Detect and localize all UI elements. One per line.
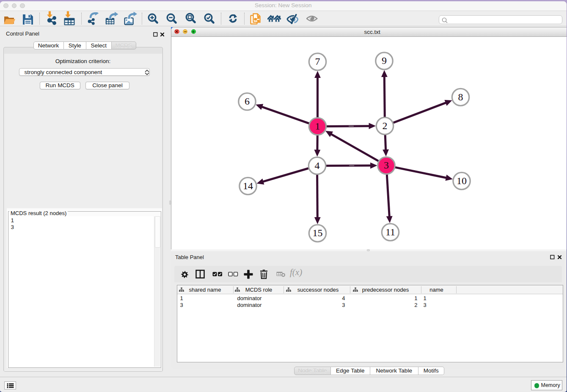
svg-text:8: 8	[458, 91, 463, 102]
svg-text:14: 14	[243, 180, 253, 191]
svg-text:10: 10	[457, 175, 467, 186]
svg-text:3: 3	[384, 160, 389, 171]
svg-text:6: 6	[245, 96, 250, 107]
svg-text:11: 11	[385, 226, 395, 237]
svg-text:15: 15	[313, 227, 323, 238]
svg-text:7: 7	[315, 56, 320, 67]
svg-text:9: 9	[382, 55, 387, 66]
svg-text:2: 2	[383, 120, 388, 131]
svg-text:1: 1	[315, 120, 320, 131]
svg-text:4: 4	[315, 160, 320, 171]
